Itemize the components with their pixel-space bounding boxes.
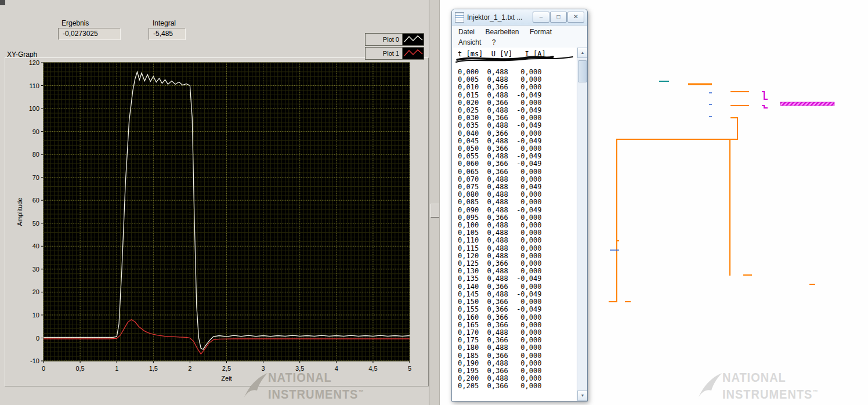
scrollbar-thumb[interactable] xyxy=(578,60,587,82)
notepad-file-icon xyxy=(455,12,464,23)
labview-screen: Ergebnis -0,0273025 Integral -5,485 XY-G… xyxy=(0,0,868,405)
notepad-window-title: Injektor_1_1.txt ... xyxy=(467,13,532,21)
diagram-wires xyxy=(1,0,868,405)
close-button[interactable]: ✕ xyxy=(567,12,584,23)
notepad-titlebar[interactable]: Injektor_1_1.txt ... – □ ✕ xyxy=(452,9,587,26)
menu-help[interactable]: ? xyxy=(488,37,500,48)
pen-scribble-annotation xyxy=(455,55,574,66)
notepad-text[interactable]: 0,000 0,488 0,000 0,005 0,488 0,000 0,01… xyxy=(458,68,542,390)
watermark-line1: NATIONAL xyxy=(722,371,818,385)
minimize-button[interactable]: – xyxy=(533,12,549,23)
notepad-content[interactable]: t [ms] U [V] I [A] 0,000 0,488 0,000 0,0… xyxy=(452,48,587,401)
maximize-button[interactable]: □ xyxy=(550,12,567,23)
scroll-up-icon[interactable]: ▲ xyxy=(577,48,587,58)
menu-format[interactable]: Format xyxy=(526,27,556,37)
scroll-down-icon[interactable]: ▼ xyxy=(577,390,587,401)
notepad-window: Injektor_1_1.txt ... – □ ✕ Datei Bearbei… xyxy=(451,9,588,402)
ni-watermark-right: NATIONAL INSTRUMENTS™ xyxy=(697,372,818,402)
ni-logo-icon xyxy=(697,372,722,402)
notepad-menubar: Datei Bearbeiten Format Ansicht ? xyxy=(452,26,587,49)
watermark-line2: INSTRUMENTS™ xyxy=(722,385,818,402)
notepad-scrollbar[interactable]: ▲ ▼ xyxy=(577,48,587,401)
menu-datei[interactable]: Datei xyxy=(454,27,479,37)
menu-ansicht[interactable]: Ansicht xyxy=(454,37,485,48)
menu-bearbeiten[interactable]: Bearbeiten xyxy=(481,27,523,37)
